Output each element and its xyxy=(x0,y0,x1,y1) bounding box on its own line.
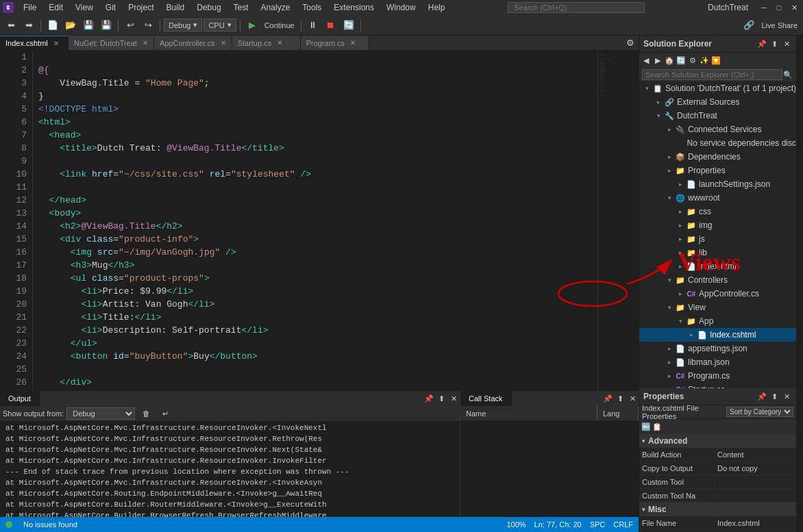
prop-pin-button[interactable]: 📌 xyxy=(756,391,767,402)
misc-section-header[interactable]: ▾ Misc xyxy=(639,503,796,516)
tab-program[interactable]: Program.cs ✕ xyxy=(301,36,369,51)
output-source-select[interactable]: Debug xyxy=(66,407,135,420)
code-content[interactable]: @{ ViewBag.Title = "Home Page"; } <!DOCT… xyxy=(33,51,597,390)
menu-git[interactable]: Git xyxy=(100,1,121,14)
tab-index-cshtml[interactable]: Index.cshtml ✕ xyxy=(0,36,69,51)
save-button[interactable]: 💾 xyxy=(80,17,97,34)
word-wrap-button[interactable]: ↵ xyxy=(157,405,173,422)
se-settings-button[interactable]: ⚙ xyxy=(687,55,698,66)
tree-item[interactable]: 📄launchSettings.json xyxy=(639,177,796,191)
tree-item[interactable]: 📁js xyxy=(639,232,796,246)
clear-output-button[interactable]: 🗑 xyxy=(138,405,154,422)
tree-item[interactable]: 📁Controllers xyxy=(639,273,796,287)
redo-button[interactable]: ↪ xyxy=(140,17,156,34)
menu-edit[interactable]: Edit xyxy=(43,1,69,14)
tree-item[interactable]: 🌐wwwroot xyxy=(639,191,796,205)
tree-item[interactable]: 📁css xyxy=(639,205,796,218)
output-float-button[interactable]: ⬆ xyxy=(435,392,447,405)
menu-file[interactable]: File xyxy=(18,1,42,14)
prop-value-copy-output[interactable]: Do not copy xyxy=(715,464,796,472)
prop-filter-select[interactable]: Sort by Category xyxy=(726,407,793,417)
menu-view[interactable]: View xyxy=(70,1,99,14)
tab-close-nuget[interactable]: ✕ xyxy=(143,39,148,47)
tree-item[interactable]: C#AppController.cs xyxy=(639,287,796,301)
editor-settings-button[interactable]: ⚙ xyxy=(622,36,639,51)
tab-appcontroller[interactable]: AppController.cs ✕ xyxy=(154,36,232,51)
tree-item[interactable]: 📄appsettings.json xyxy=(639,342,796,355)
close-button[interactable]: ✕ xyxy=(788,1,800,14)
tree-item[interactable]: 📄Index.cshtml xyxy=(639,328,796,342)
live-share-button[interactable]: 🔗 xyxy=(741,17,757,34)
menu-analyze[interactable]: Analyze xyxy=(256,1,296,14)
menu-build[interactable]: Build xyxy=(161,1,190,14)
tree-item[interactable]: 🔌Connected Services xyxy=(639,123,796,136)
se-home-button[interactable]: 🏠 xyxy=(664,55,675,66)
tree-item[interactable]: 📄libman.json xyxy=(639,355,796,369)
menu-project[interactable]: Project xyxy=(123,1,159,14)
se-forward-button[interactable]: ▶ xyxy=(652,55,663,66)
tab-close-startup[interactable]: ✕ xyxy=(277,39,282,47)
callstack-pin-button[interactable]: 📌 xyxy=(602,392,614,405)
cpu-config-dropdown[interactable]: CPU ▾ xyxy=(203,18,236,31)
output-close-button[interactable]: ✕ xyxy=(447,392,460,405)
prop-category-button[interactable]: 📋 xyxy=(652,421,663,432)
tree-item[interactable]: 🔗External Sources xyxy=(639,95,796,109)
back-button[interactable]: ⬅ xyxy=(3,17,19,34)
tab-startup[interactable]: Startup.cs ✕ xyxy=(232,36,301,51)
forward-button[interactable]: ➡ xyxy=(21,17,37,34)
minimize-button[interactable]: ─ xyxy=(758,1,770,14)
tab-close-index[interactable]: ✕ xyxy=(53,40,59,47)
prop-value-file-name[interactable]: Index.cshtml xyxy=(715,519,796,527)
se-float-button[interactable]: ⬆ xyxy=(769,38,780,49)
search-input[interactable] xyxy=(508,2,645,13)
prop-close-button[interactable]: ✕ xyxy=(781,391,792,402)
se-new-solution-button[interactable]: ✨ xyxy=(699,55,710,66)
callstack-float-button[interactable]: ⬆ xyxy=(614,392,626,405)
tree-item[interactable]: C#Startup.cs xyxy=(639,383,796,388)
tree-item[interactable]: 📁View xyxy=(639,301,796,314)
tree-item[interactable]: 📄index.html xyxy=(639,259,796,273)
output-tab[interactable]: Output xyxy=(0,391,40,406)
tree-item[interactable]: 📋Solution 'DutchTreat' (1 of 1 project) xyxy=(639,81,796,95)
menu-window[interactable]: Window xyxy=(381,1,421,14)
maximize-button[interactable]: □ xyxy=(773,1,785,14)
callstack-tab[interactable]: Call Stack xyxy=(460,391,512,406)
se-back-button[interactable]: ◀ xyxy=(641,55,652,66)
se-refresh-button[interactable]: 🔄 xyxy=(676,55,687,66)
undo-button[interactable]: ↩ xyxy=(122,17,138,34)
pause-button[interactable]: ⏸ xyxy=(305,17,321,34)
tab-close-program[interactable]: ✕ xyxy=(350,39,356,47)
output-pin-button[interactable]: 📌 xyxy=(423,392,435,405)
prop-float-button[interactable]: ⬆ xyxy=(769,391,780,402)
se-search-icon[interactable]: 🔍 xyxy=(782,69,793,80)
se-filter-button[interactable]: 🔽 xyxy=(711,55,721,66)
tree-item[interactable]: No service dependencies disc xyxy=(639,136,796,150)
tab-close-appcontroller[interactable]: ✕ xyxy=(221,39,226,47)
callstack-close-button[interactable]: ✕ xyxy=(626,392,639,405)
tree-item[interactable]: 📁lib xyxy=(639,246,796,259)
tree-item[interactable]: C#Program.cs xyxy=(639,369,796,383)
prop-value-build-action[interactable]: Content xyxy=(715,451,796,459)
se-pin-button[interactable]: 📌 xyxy=(756,38,767,49)
tree-item[interactable]: 📁App xyxy=(639,314,796,328)
menu-tools[interactable]: Tools xyxy=(297,1,327,14)
save-all-button[interactable]: 💾 xyxy=(98,17,114,34)
restart-button[interactable]: 🔄 xyxy=(341,17,357,34)
stop-button[interactable]: ⏹ xyxy=(323,17,339,34)
tree-item[interactable]: 📦Dependencies xyxy=(639,150,796,164)
output-content[interactable]: at Microsoft.AspNetCore.Mvc.Infrastructu… xyxy=(0,421,460,517)
menu-extensions[interactable]: Extensions xyxy=(328,1,380,14)
tree-item[interactable]: 🔧DutchTreat xyxy=(639,109,796,123)
se-close-button[interactable]: ✕ xyxy=(781,38,792,49)
menu-test[interactable]: Test xyxy=(228,1,254,14)
debug-config-dropdown[interactable]: Debug ▾ xyxy=(164,18,202,31)
menu-debug[interactable]: Debug xyxy=(191,1,226,14)
advanced-section-header[interactable]: ▾ Advanced xyxy=(639,434,796,448)
new-file-button[interactable]: 📄 xyxy=(45,17,61,34)
tree-item[interactable]: 📁img xyxy=(639,218,796,232)
prop-az-button[interactable]: 🔤 xyxy=(641,421,652,432)
tree-item[interactable]: 📁Properties xyxy=(639,164,796,177)
menu-help[interactable]: Help xyxy=(423,1,451,14)
continue-button[interactable]: ▶ xyxy=(244,17,260,34)
tab-nuget[interactable]: NuGet: DutchTreat ✕ xyxy=(69,36,154,51)
